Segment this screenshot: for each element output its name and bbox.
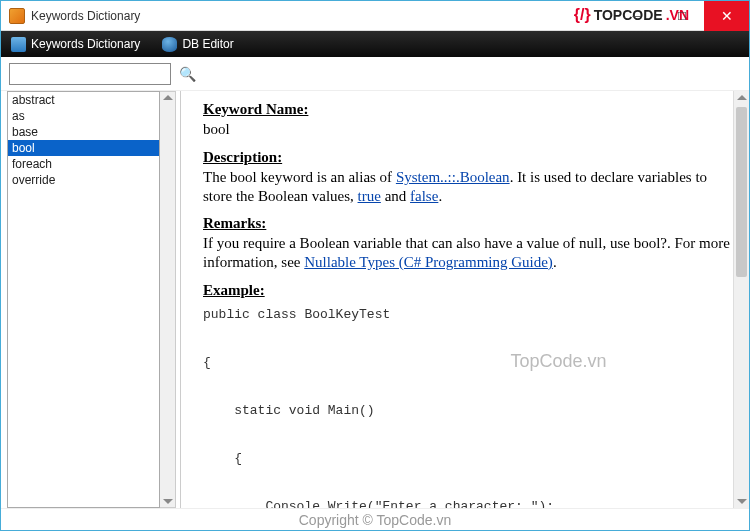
search-toolbar: 🔍 bbox=[1, 57, 749, 91]
link-nullable-types[interactable]: Nullable Types (C# Programming Guide) bbox=[304, 254, 553, 270]
search-button[interactable]: 🔍 bbox=[177, 64, 197, 84]
description-heading: Description: bbox=[203, 149, 733, 166]
search-input[interactable] bbox=[9, 63, 171, 85]
brace-icon: {/} bbox=[574, 6, 591, 24]
keyword-name-heading: Keyword Name: bbox=[203, 101, 733, 118]
list-item[interactable]: base bbox=[8, 124, 159, 140]
menu-db-editor[interactable]: DB Editor bbox=[156, 35, 239, 54]
database-icon bbox=[162, 37, 177, 52]
list-item[interactable]: bool bbox=[8, 140, 159, 156]
desc-end: . bbox=[438, 188, 442, 204]
link-false[interactable]: false bbox=[410, 188, 438, 204]
keyword-sidebar: abstractasbaseboolforeachoverride bbox=[1, 91, 181, 508]
link-system-boolean[interactable]: System..::.Boolean bbox=[396, 169, 510, 185]
keyword-name-value: bool bbox=[203, 120, 733, 139]
close-button[interactable]: ✕ bbox=[704, 1, 749, 31]
scrollbar-thumb[interactable] bbox=[736, 107, 747, 277]
folder-icon bbox=[11, 37, 26, 52]
list-item[interactable]: abstract bbox=[8, 92, 159, 108]
footer-copyright: Copyright © TopCode.vn bbox=[1, 508, 749, 530]
list-item[interactable]: foreach bbox=[8, 156, 159, 172]
sidebar-scrollbar[interactable] bbox=[160, 91, 176, 508]
desc-mid2: and bbox=[381, 188, 410, 204]
remarks-text: If you require a Boolean variable that c… bbox=[203, 234, 733, 272]
magnifier-icon: 🔍 bbox=[179, 66, 196, 82]
example-code: public class BoolKeyTest { static void M… bbox=[203, 303, 733, 508]
description-text: The bool keyword is an alias of System..… bbox=[203, 168, 733, 206]
link-true[interactable]: true bbox=[358, 188, 381, 204]
list-item[interactable]: override bbox=[8, 172, 159, 188]
menu-dict-label: Keywords Dictionary bbox=[31, 37, 140, 51]
remarks-end: . bbox=[553, 254, 557, 270]
detail-scrollbar[interactable] bbox=[733, 91, 749, 508]
menu-db-label: DB Editor bbox=[182, 37, 233, 51]
remarks-heading: Remarks: bbox=[203, 215, 733, 232]
window-controls: ─ ☐ ✕ bbox=[614, 1, 749, 31]
list-item[interactable]: as bbox=[8, 108, 159, 124]
titlebar: Keywords Dictionary {/} TOPCODE.VN ─ ☐ ✕ bbox=[1, 1, 749, 31]
keyword-listbox[interactable]: abstractasbaseboolforeachoverride bbox=[7, 91, 160, 508]
minimize-button[interactable]: ─ bbox=[614, 1, 659, 31]
app-icon bbox=[9, 8, 25, 24]
menubar: Keywords Dictionary DB Editor bbox=[1, 31, 749, 57]
menu-keywords-dictionary[interactable]: Keywords Dictionary bbox=[5, 35, 146, 54]
example-heading: Example: bbox=[203, 282, 733, 299]
maximize-button[interactable]: ☐ bbox=[659, 1, 704, 31]
desc-pre: The bool keyword is an alias of bbox=[203, 169, 396, 185]
main-content: abstractasbaseboolforeachoverride Keywor… bbox=[1, 91, 749, 508]
detail-pane: Keyword Name: bool Description: The bool… bbox=[181, 91, 749, 508]
window-title: Keywords Dictionary bbox=[31, 9, 140, 23]
